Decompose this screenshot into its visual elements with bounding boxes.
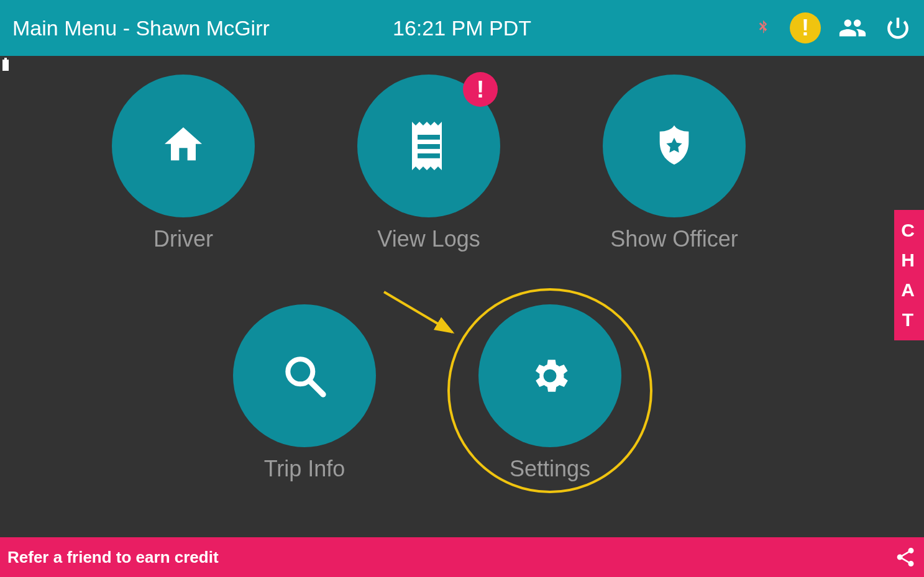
svg-rect-1 [418,144,440,149]
power-icon[interactable] [884,14,912,42]
svg-line-5 [384,292,452,332]
top-bar: Main Menu - Shawn McGirr 16:21 PM PDT ! [0,0,924,56]
bluetooth-icon[interactable] [754,19,772,37]
trip-info-label: Trip Info [264,456,345,482]
bottom-bar: Refer a friend to earn credit [0,537,924,577]
receipt-icon [406,118,451,174]
chat-letter: H [901,245,917,275]
view-logs-alert-badge: ! [463,72,498,107]
show-officer-button[interactable]: Show Officer [603,75,746,252]
annotation-arrow [378,286,471,348]
view-logs-label: View Logs [377,226,480,252]
show-officer-label: Show Officer [610,226,738,252]
highlight-ring [447,288,652,493]
topbar-right: ! [754,12,912,43]
svg-rect-0 [418,135,440,140]
trip-info-circle [233,304,376,447]
people-icon[interactable] [838,14,867,42]
chat-letter: T [902,305,916,335]
share-icon [894,546,917,568]
refer-link[interactable]: Refer a friend to earn credit [7,548,219,567]
driver-label: Driver [153,226,213,252]
view-logs-circle: ! [357,75,500,217]
trip-info-button[interactable]: Trip Info [233,304,376,482]
clock: 16:21 PM PDT [393,16,531,40]
driver-button[interactable]: Driver [112,75,255,252]
view-logs-button[interactable]: ! View Logs [357,75,500,252]
home-icon [158,121,208,171]
share-button[interactable] [894,546,917,568]
main-area: Driver ! View Logs Show Officer [0,56,924,537]
badge-icon [649,121,699,171]
driver-circle [112,75,255,217]
search-icon [280,351,329,401]
alert-icon[interactable]: ! [790,12,821,43]
chat-letter: C [901,216,917,245]
svg-rect-2 [418,153,440,158]
svg-line-4 [311,382,323,394]
alert-mark: ! [802,17,809,39]
page-title: Main Menu - Shawn McGirr [12,16,270,40]
chat-letter: A [901,275,917,305]
chat-tab[interactable]: C H A T [894,210,924,340]
alert-mark: ! [477,78,485,101]
show-officer-circle [603,75,746,217]
